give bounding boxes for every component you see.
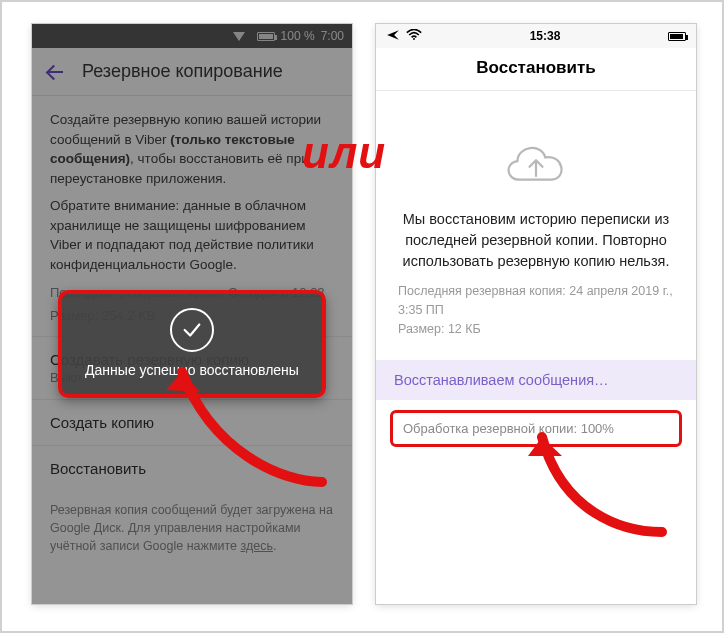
toast-message: Данные успешно восстановлены (76, 362, 308, 378)
battery-text: 100 % (281, 29, 315, 43)
restore-description: Мы восстановим историю переписки из посл… (376, 209, 696, 272)
backup-size: Размер: 12 КБ (398, 320, 674, 339)
page-title: Восстановить (376, 48, 696, 91)
intro-warn: Обратите внимание: данные в облачном хра… (50, 196, 334, 274)
last-backup: Последняя резервная копия: 24 апреля 201… (398, 282, 674, 320)
svg-point-0 (413, 38, 415, 40)
signal-icon (233, 32, 245, 41)
airplane-icon (386, 28, 400, 45)
or-label: или (302, 128, 386, 178)
android-statusbar: 100 % 7:00 (32, 24, 352, 48)
footer-link[interactable]: здесь (240, 539, 272, 553)
clock: 7:00 (321, 29, 344, 43)
restoring-banner: Восстанавливаем сообщения… (376, 360, 696, 400)
ios-statusbar: 15:38 (376, 24, 696, 48)
row-restore[interactable]: Восстановить (32, 445, 352, 491)
success-toast: Данные успешно восстановлены (58, 290, 326, 398)
processing-status: Обработка резервной копии: 100% (390, 410, 682, 447)
checkmark-circle-icon (170, 308, 214, 352)
back-icon[interactable] (46, 63, 64, 81)
wifi-icon (406, 29, 422, 44)
battery-icon (668, 32, 686, 41)
android-screenshot: 100 % 7:00 Резервное копирование Создайт… (32, 24, 352, 604)
clock: 15:38 (530, 29, 561, 43)
row-create[interactable]: Создать копию (32, 399, 352, 445)
android-appbar: Резервное копирование (32, 48, 352, 96)
footer-note: Резервная копия сообщений будет загружен… (32, 491, 352, 565)
ios-screenshot: 15:38 Восстановить Мы восстановим истори… (376, 24, 696, 604)
battery-icon (257, 32, 275, 41)
cloud-upload-icon (376, 91, 696, 209)
page-title: Резервное копирование (82, 61, 283, 82)
footer-text: Резервная копия сообщений будет загружен… (50, 503, 333, 553)
